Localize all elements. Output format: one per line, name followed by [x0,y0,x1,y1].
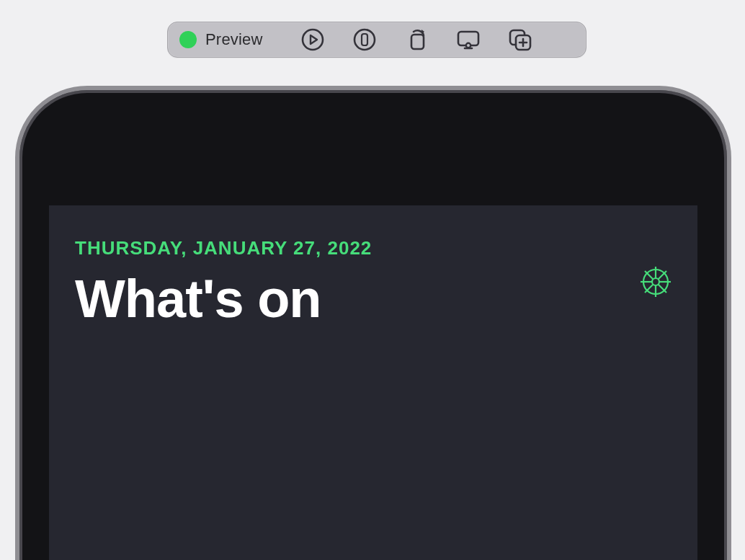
toolbar-controls-group [299,26,534,53]
app-screen: THURSDAY, JANUARY 27, 2022 What's on [49,205,697,560]
rotate-device-icon [404,27,429,52]
preview-status: Preview [179,30,267,49]
svg-line-28 [647,273,653,280]
app-content: THURSDAY, JANUARY 27, 2022 What's on [49,205,697,560]
svg-point-0 [303,30,323,50]
play-icon [300,27,325,52]
page-title: What's on [75,272,672,326]
settings-button[interactable] [637,263,674,301]
svg-point-1 [354,30,375,50]
live-preview-icon [352,27,377,52]
svg-rect-3 [411,35,424,49]
live-preview-button[interactable] [351,26,378,53]
play-button[interactable] [299,26,326,53]
svg-line-27 [659,285,665,291]
device-settings-button[interactable] [455,26,482,53]
device-frame: THURSDAY, JANUARY 27, 2022 What's on [15,86,731,560]
status-indicator-dot [179,31,197,48]
preview-toolbar: Preview [167,22,586,58]
preview-status-label: Preview [205,30,263,49]
svg-line-26 [647,285,653,291]
gear-icon [638,265,673,299]
add-preview-variant-button[interactable] [507,26,534,53]
date-label: THURSDAY, JANUARY 27, 2022 [75,237,672,259]
device-settings-icon [455,27,482,52]
svg-rect-2 [362,34,367,45]
svg-line-25 [659,273,665,280]
svg-point-6 [465,43,470,48]
rotate-device-button[interactable] [403,26,430,53]
add-preview-variant-icon [507,27,533,52]
